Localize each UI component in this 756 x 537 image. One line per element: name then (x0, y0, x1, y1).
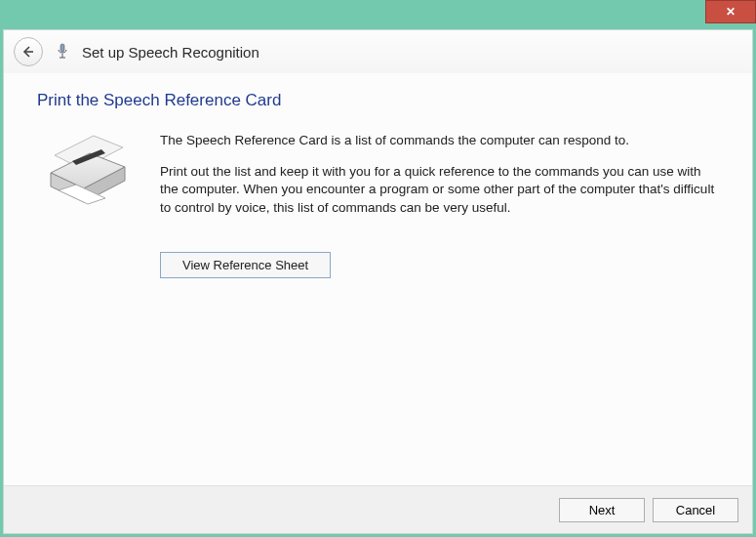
content-row: The Speech Reference Card is a list of c… (37, 132, 719, 278)
next-button[interactable]: Next (559, 498, 645, 522)
back-button[interactable] (14, 37, 43, 66)
close-button[interactable]: ✕ (705, 0, 756, 23)
titlebar: ✕ (0, 0, 756, 29)
view-reference-sheet-button[interactable]: View Reference Sheet (160, 252, 331, 278)
wizard-title: Set up Speech Recognition (82, 44, 259, 61)
description-column: The Speech Reference Card is a list of c… (160, 132, 719, 278)
description-text-1: The Speech Reference Card is a list of c… (160, 132, 719, 149)
wizard-body: Print the Speech Reference Card (4, 73, 752, 485)
arrow-left-icon (21, 45, 35, 59)
close-icon: ✕ (726, 5, 736, 19)
wizard-window: ✕ Set up Speech Recognition P (0, 0, 756, 537)
wizard-footer: Next Cancel (4, 485, 752, 533)
cancel-button[interactable]: Cancel (653, 498, 738, 522)
wizard-frame: Set up Speech Recognition Print the Spee… (3, 29, 753, 534)
description-text-2: Print out the list and keep it with you … (160, 163, 719, 217)
microphone-icon (55, 43, 70, 61)
svg-rect-0 (60, 44, 64, 52)
wizard-header: Set up Speech Recognition (4, 30, 752, 73)
printer-icon (37, 132, 135, 278)
page-heading: Print the Speech Reference Card (37, 91, 719, 110)
